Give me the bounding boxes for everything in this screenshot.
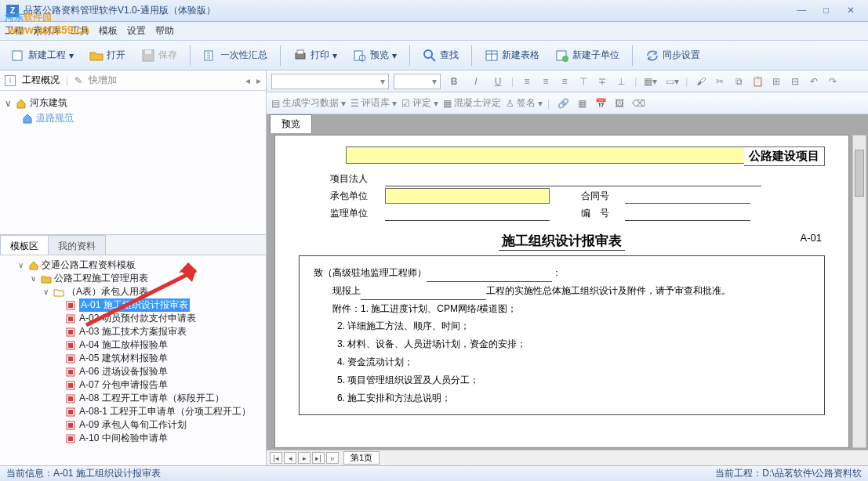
tree-node-child[interactable]: 道路规范 [3, 110, 263, 125]
maximize-button[interactable]: □ [815, 5, 837, 17]
menu-project[interactable]: 工程 [5, 24, 24, 38]
align-left-button[interactable]: ≡ [518, 74, 536, 89]
gen-data-button[interactable]: ▤生成学习数据 ▾ [271, 96, 346, 110]
panel-prev-icon[interactable]: ◂ [245, 75, 250, 86]
undo-icon[interactable]: ↶ [805, 74, 823, 89]
valign-mid-button[interactable]: ∓ [594, 74, 611, 89]
paste-icon[interactable]: 📋 [749, 74, 766, 89]
menu-materials[interactable]: 素材库 [33, 24, 61, 38]
tree-item[interactable]: ∨公路工程施工管理用表 [2, 272, 264, 285]
tree-item[interactable]: A-05 建筑材料报验单 [2, 352, 264, 365]
owner-field[interactable] [385, 171, 761, 186]
overview-label[interactable]: 工程概况 [22, 74, 60, 87]
expand-icon[interactable]: ∨ [31, 272, 38, 285]
tree-item[interactable]: A-08-1 工程开工申请单（分项工程开工） [2, 405, 264, 418]
quick-add-button[interactable]: 快增加 [89, 74, 117, 87]
tree-item[interactable]: A-02 动员预付款支付申请表 [2, 312, 264, 325]
tree-item[interactable]: A-09 承包人每旬工作计划 [2, 418, 264, 432]
tree-item[interactable]: A-07 分包申请报告单 [2, 378, 264, 392]
expand-icon[interactable]: ∨ [3, 98, 13, 109]
italic-button[interactable]: I [467, 74, 485, 89]
align-right-button[interactable]: ≡ [556, 74, 573, 89]
clear-icon[interactable]: ⌫ [630, 96, 647, 111]
tree-item[interactable]: ∨（A表）承包人用表 [2, 285, 264, 298]
font-selector[interactable]: ▾ [271, 74, 389, 89]
tree-item[interactable]: ∨交通公路工程资料模板 [2, 259, 264, 272]
project-field[interactable] [361, 288, 486, 300]
template-tree[interactable]: ∨交通公路工程资料模板∨公路工程施工管理用表∨（A表）承包人用表A-01 施工组… [0, 255, 266, 465]
search-button[interactable]: 查找 [416, 45, 465, 66]
project-tree[interactable]: ∨ 河东建筑 道路规范 [0, 91, 266, 234]
concrete-button[interactable]: ▦混凝土评定 [443, 96, 501, 110]
app-icon: Z [6, 5, 19, 17]
contractor-field[interactable] [385, 188, 550, 204]
engineer-field[interactable] [427, 269, 552, 282]
new-project-button[interactable]: 新建工程▾ [5, 45, 80, 66]
save-button[interactable]: 保存 [135, 45, 183, 66]
valign-bot-button[interactable]: ⊥ [612, 74, 630, 89]
print-button[interactable]: 打印▾ [287, 45, 343, 66]
sync-button[interactable]: 同步设置 [639, 45, 706, 66]
redo-icon[interactable]: ↷ [824, 74, 841, 89]
brush-icon[interactable]: 🖌 [692, 74, 710, 89]
form-body: 致（高级驻地监理工程师）： 现报上工程的实施性总体施工组织设计及附件，请予审查和… [299, 255, 825, 415]
merge-button[interactable]: ▭▾ [663, 74, 681, 89]
cut-icon[interactable]: ✂ [711, 74, 728, 89]
insert-row-icon[interactable]: ⊞ [768, 74, 785, 89]
document-icon [66, 301, 77, 310]
minimize-button[interactable]: — [790, 5, 812, 17]
tab-my-data[interactable]: 我的资料 [48, 235, 106, 255]
link-icon[interactable]: 🔗 [554, 96, 572, 111]
nav-next-icon[interactable]: ▸ [298, 452, 311, 464]
sign-button[interactable]: ♙签名 ▾ [506, 96, 543, 110]
delete-row-icon[interactable]: ⊟ [786, 74, 804, 89]
expand-icon[interactable]: ∨ [18, 259, 26, 272]
summary-button[interactable]: 一次性汇总 [197, 45, 274, 66]
menu-help[interactable]: 帮助 [155, 24, 174, 38]
contract-no-field[interactable] [625, 188, 750, 204]
copy-icon[interactable]: ⧉ [730, 74, 747, 89]
tab-templates[interactable]: 模板区 [0, 235, 49, 255]
tree-item[interactable]: A-04 施工放样报验单 [2, 338, 264, 352]
valign-top-button[interactable]: ⊤ [575, 74, 592, 89]
image-icon[interactable]: 🖼 [611, 96, 628, 111]
nav-prev-icon[interactable]: ◂ [284, 452, 296, 464]
vertical-scrollbar[interactable] [852, 135, 866, 448]
nav-new-icon[interactable]: ▹ [326, 452, 339, 464]
tree-item[interactable]: A-06 进场设备报验单 [2, 365, 264, 378]
border-button[interactable]: ▦▾ [641, 74, 659, 89]
rating-button[interactable]: ☑评定 ▾ [401, 96, 438, 110]
preview-tab[interactable]: 预览 [270, 114, 312, 133]
tree-node-root[interactable]: ∨ 河东建筑 [3, 96, 263, 110]
table-icon[interactable]: ▦ [573, 96, 590, 111]
tree-item-label: A-04 施工放样报验单 [79, 338, 168, 352]
font-size-selector[interactable]: ▾ [394, 74, 441, 89]
underline-button[interactable]: U [489, 74, 507, 89]
new-unit-button[interactable]: 新建子单位 [549, 45, 626, 66]
folder-icon [41, 274, 52, 284]
menu-settings[interactable]: 设置 [127, 24, 146, 38]
preview-button[interactable]: 预览▾ [347, 45, 403, 66]
tree-item[interactable]: A-03 施工技术方案报审表 [2, 325, 264, 338]
nav-first-icon[interactable]: |◂ [270, 452, 282, 464]
comment-lib-button[interactable]: ☰评语库 ▾ [350, 96, 397, 110]
tree-item[interactable]: A-10 中间检验申请单 [2, 432, 264, 445]
scrollbar-thumb[interactable] [855, 150, 864, 197]
new-table-button[interactable]: 新建表格 [478, 45, 546, 66]
open-button[interactable]: 打开 [83, 45, 132, 66]
nav-last-icon[interactable]: ▸| [312, 452, 325, 464]
menu-templates[interactable]: 模板 [99, 24, 118, 38]
page-tab[interactable]: 第1页 [343, 451, 380, 465]
close-button[interactable]: ✕ [840, 5, 862, 17]
expand-icon[interactable]: ∨ [43, 285, 51, 298]
supervisor-field[interactable] [385, 205, 550, 221]
tree-item[interactable]: A-08 工程开工申请单（标段开工） [2, 392, 264, 405]
serial-no-field[interactable] [625, 205, 750, 221]
tree-item[interactable]: A-01 施工组织设计报审表 [2, 298, 264, 312]
project-name-field[interactable] [346, 146, 744, 164]
bold-button[interactable]: B [445, 74, 463, 89]
align-center-button[interactable]: ≡ [537, 74, 554, 89]
menu-tools[interactable]: 工具 [71, 24, 89, 38]
panel-next-icon[interactable]: ▸ [256, 75, 261, 86]
calendar-icon[interactable]: 📅 [592, 96, 609, 111]
